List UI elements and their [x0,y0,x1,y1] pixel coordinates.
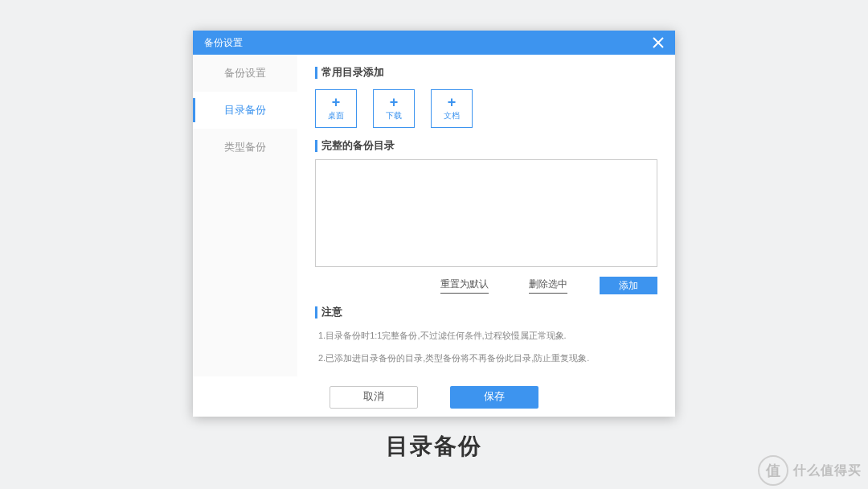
plus-icon: + [332,96,341,109]
add-button[interactable]: 添加 [600,277,657,294]
quick-tiles-row: + 桌面 + 下载 + 文档 [315,89,657,128]
notice-line-1: 1.目录备份时1:1完整备份,不过滤任何条件,过程较慢属正常现象. [318,329,657,343]
dialog-footer: 取消 保存 [193,376,675,417]
quick-tile-label: 下载 [386,110,402,121]
watermark-text: 什么值得买 [793,462,862,479]
dialog-body: 备份设置 目录备份 类型备份 常用目录添加 + 桌面 + 下载 [193,55,675,376]
sidebar-item-type-backup[interactable]: 类型备份 [193,129,297,166]
sidebar-item-directory-backup[interactable]: 目录备份 [193,92,297,129]
quick-tile-documents[interactable]: + 文档 [431,89,473,128]
quick-tile-label: 文档 [444,110,460,121]
reset-default-link[interactable]: 重置为默认 [440,277,489,294]
quick-tile-downloads[interactable]: + 下载 [373,89,415,128]
backup-settings-dialog: 备份设置 备份设置 目录备份 类型备份 常用目录添加 + 桌面 [193,31,675,417]
close-icon[interactable] [649,34,667,51]
quick-add-section-title: 常用目录添加 [315,66,657,80]
dialog-title: 备份设置 [204,36,243,50]
plus-icon: + [390,96,399,109]
watermark-badge-icon: 值 [758,455,788,486]
sidebar-item-backup-settings[interactable]: 备份设置 [193,55,297,92]
sidebar-item-label: 备份设置 [224,66,266,80]
sidebar: 备份设置 目录备份 类型备份 [193,55,297,376]
quick-tile-label: 桌面 [328,110,344,121]
notice-line-2: 2.已添加进目录备份的目录,类型备份将不再备份此目录,防止重复现象. [318,351,657,366]
sidebar-item-label: 目录备份 [224,103,266,117]
notice-title: 注意 [315,306,657,319]
main-panel: 常用目录添加 + 桌面 + 下载 + 文档 完整的备份目录 重置为默认 [297,55,675,376]
titlebar: 备份设置 [193,31,675,55]
cancel-button[interactable]: 取消 [330,386,418,409]
delete-selected-link[interactable]: 删除选中 [529,277,567,294]
backup-directory-list[interactable] [315,159,657,267]
plus-icon: + [448,96,457,109]
watermark: 值 什么值得买 [699,452,868,489]
list-actions-row: 重置为默认 删除选中 添加 [315,277,657,294]
sidebar-item-label: 类型备份 [224,140,266,154]
full-backup-section-title: 完整的备份目录 [315,139,657,153]
quick-tile-desktop[interactable]: + 桌面 [315,89,357,128]
save-button[interactable]: 保存 [450,386,538,409]
